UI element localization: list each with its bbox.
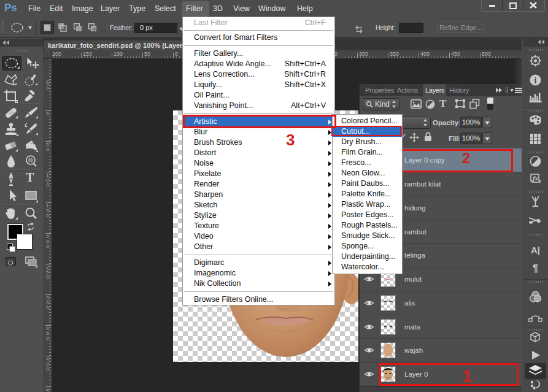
svg-text:i: i: [534, 76, 537, 85]
svg-text:fx: fx: [533, 174, 539, 182]
